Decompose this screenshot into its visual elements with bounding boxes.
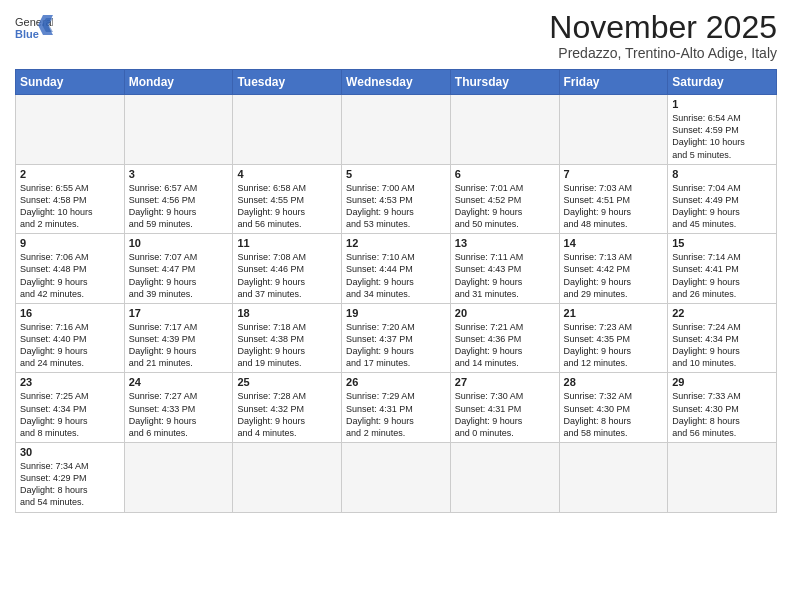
day-number: 10 [129,237,229,249]
calendar-cell [450,443,559,513]
calendar-cell: 18Sunrise: 7:18 AM Sunset: 4:38 PM Dayli… [233,303,342,373]
day-info: Sunrise: 7:30 AM Sunset: 4:31 PM Dayligh… [455,390,555,439]
day-info: Sunrise: 6:57 AM Sunset: 4:56 PM Dayligh… [129,182,229,231]
day-number: 24 [129,376,229,388]
day-number: 8 [672,168,772,180]
location: Predazzo, Trentino-Alto Adige, Italy [549,45,777,61]
day-number: 4 [237,168,337,180]
calendar-cell [124,443,233,513]
day-info: Sunrise: 6:55 AM Sunset: 4:58 PM Dayligh… [20,182,120,231]
day-info: Sunrise: 7:03 AM Sunset: 4:51 PM Dayligh… [564,182,664,231]
weekday-header-wednesday: Wednesday [342,70,451,95]
weekday-header-monday: Monday [124,70,233,95]
title-area: November 2025 Predazzo, Trentino-Alto Ad… [549,10,777,61]
calendar-cell: 13Sunrise: 7:11 AM Sunset: 4:43 PM Dayli… [450,234,559,304]
day-number: 18 [237,307,337,319]
calendar-cell [16,95,125,165]
page: General Blue November 2025 Predazzo, Tre… [0,0,792,528]
day-info: Sunrise: 7:32 AM Sunset: 4:30 PM Dayligh… [564,390,664,439]
calendar-week-row: 30Sunrise: 7:34 AM Sunset: 4:29 PM Dayli… [16,443,777,513]
calendar-cell: 11Sunrise: 7:08 AM Sunset: 4:46 PM Dayli… [233,234,342,304]
day-number: 12 [346,237,446,249]
calendar-week-row: 2Sunrise: 6:55 AM Sunset: 4:58 PM Daylig… [16,164,777,234]
calendar-cell [450,95,559,165]
calendar: SundayMondayTuesdayWednesdayThursdayFrid… [15,69,777,512]
day-info: Sunrise: 7:01 AM Sunset: 4:52 PM Dayligh… [455,182,555,231]
calendar-cell: 30Sunrise: 7:34 AM Sunset: 4:29 PM Dayli… [16,443,125,513]
day-number: 2 [20,168,120,180]
weekday-header-sunday: Sunday [16,70,125,95]
calendar-cell: 3Sunrise: 6:57 AM Sunset: 4:56 PM Daylig… [124,164,233,234]
day-info: Sunrise: 7:10 AM Sunset: 4:44 PM Dayligh… [346,251,446,300]
day-number: 29 [672,376,772,388]
day-info: Sunrise: 7:18 AM Sunset: 4:38 PM Dayligh… [237,321,337,370]
calendar-cell: 4Sunrise: 6:58 AM Sunset: 4:55 PM Daylig… [233,164,342,234]
day-info: Sunrise: 7:24 AM Sunset: 4:34 PM Dayligh… [672,321,772,370]
calendar-cell: 19Sunrise: 7:20 AM Sunset: 4:37 PM Dayli… [342,303,451,373]
day-info: Sunrise: 7:28 AM Sunset: 4:32 PM Dayligh… [237,390,337,439]
calendar-cell: 20Sunrise: 7:21 AM Sunset: 4:36 PM Dayli… [450,303,559,373]
calendar-cell: 8Sunrise: 7:04 AM Sunset: 4:49 PM Daylig… [668,164,777,234]
calendar-cell: 15Sunrise: 7:14 AM Sunset: 4:41 PM Dayli… [668,234,777,304]
header: General Blue November 2025 Predazzo, Tre… [15,10,777,61]
day-number: 22 [672,307,772,319]
calendar-week-row: 16Sunrise: 7:16 AM Sunset: 4:40 PM Dayli… [16,303,777,373]
calendar-cell [233,95,342,165]
day-info: Sunrise: 6:58 AM Sunset: 4:55 PM Dayligh… [237,182,337,231]
day-info: Sunrise: 7:29 AM Sunset: 4:31 PM Dayligh… [346,390,446,439]
calendar-cell [233,443,342,513]
day-number: 5 [346,168,446,180]
day-number: 19 [346,307,446,319]
day-number: 17 [129,307,229,319]
calendar-cell: 21Sunrise: 7:23 AM Sunset: 4:35 PM Dayli… [559,303,668,373]
day-info: Sunrise: 7:33 AM Sunset: 4:30 PM Dayligh… [672,390,772,439]
calendar-cell: 24Sunrise: 7:27 AM Sunset: 4:33 PM Dayli… [124,373,233,443]
calendar-cell: 17Sunrise: 7:17 AM Sunset: 4:39 PM Dayli… [124,303,233,373]
day-info: Sunrise: 7:13 AM Sunset: 4:42 PM Dayligh… [564,251,664,300]
weekday-header-thursday: Thursday [450,70,559,95]
calendar-cell: 10Sunrise: 7:07 AM Sunset: 4:47 PM Dayli… [124,234,233,304]
calendar-cell: 2Sunrise: 6:55 AM Sunset: 4:58 PM Daylig… [16,164,125,234]
calendar-cell [559,443,668,513]
calendar-cell: 26Sunrise: 7:29 AM Sunset: 4:31 PM Dayli… [342,373,451,443]
calendar-cell: 28Sunrise: 7:32 AM Sunset: 4:30 PM Dayli… [559,373,668,443]
day-number: 28 [564,376,664,388]
svg-text:Blue: Blue [15,28,39,40]
day-info: Sunrise: 7:21 AM Sunset: 4:36 PM Dayligh… [455,321,555,370]
weekday-header-saturday: Saturday [668,70,777,95]
day-number: 1 [672,98,772,110]
day-info: Sunrise: 7:25 AM Sunset: 4:34 PM Dayligh… [20,390,120,439]
calendar-cell [124,95,233,165]
day-number: 26 [346,376,446,388]
calendar-cell [342,443,451,513]
calendar-cell: 1Sunrise: 6:54 AM Sunset: 4:59 PM Daylig… [668,95,777,165]
day-number: 9 [20,237,120,249]
calendar-cell: 14Sunrise: 7:13 AM Sunset: 4:42 PM Dayli… [559,234,668,304]
calendar-cell: 16Sunrise: 7:16 AM Sunset: 4:40 PM Dayli… [16,303,125,373]
day-number: 7 [564,168,664,180]
calendar-week-row: 1Sunrise: 6:54 AM Sunset: 4:59 PM Daylig… [16,95,777,165]
weekday-header-tuesday: Tuesday [233,70,342,95]
day-number: 13 [455,237,555,249]
weekday-header-row: SundayMondayTuesdayWednesdayThursdayFrid… [16,70,777,95]
day-info: Sunrise: 7:27 AM Sunset: 4:33 PM Dayligh… [129,390,229,439]
day-number: 23 [20,376,120,388]
day-number: 27 [455,376,555,388]
day-number: 14 [564,237,664,249]
day-number: 15 [672,237,772,249]
logo: General Blue [15,10,53,48]
day-info: Sunrise: 6:54 AM Sunset: 4:59 PM Dayligh… [672,112,772,161]
calendar-week-row: 23Sunrise: 7:25 AM Sunset: 4:34 PM Dayli… [16,373,777,443]
day-number: 30 [20,446,120,458]
day-info: Sunrise: 7:23 AM Sunset: 4:35 PM Dayligh… [564,321,664,370]
day-info: Sunrise: 7:07 AM Sunset: 4:47 PM Dayligh… [129,251,229,300]
calendar-cell: 29Sunrise: 7:33 AM Sunset: 4:30 PM Dayli… [668,373,777,443]
calendar-cell [668,443,777,513]
calendar-cell: 6Sunrise: 7:01 AM Sunset: 4:52 PM Daylig… [450,164,559,234]
day-info: Sunrise: 7:00 AM Sunset: 4:53 PM Dayligh… [346,182,446,231]
day-number: 25 [237,376,337,388]
day-info: Sunrise: 7:14 AM Sunset: 4:41 PM Dayligh… [672,251,772,300]
day-info: Sunrise: 7:04 AM Sunset: 4:49 PM Dayligh… [672,182,772,231]
day-number: 6 [455,168,555,180]
calendar-cell: 7Sunrise: 7:03 AM Sunset: 4:51 PM Daylig… [559,164,668,234]
